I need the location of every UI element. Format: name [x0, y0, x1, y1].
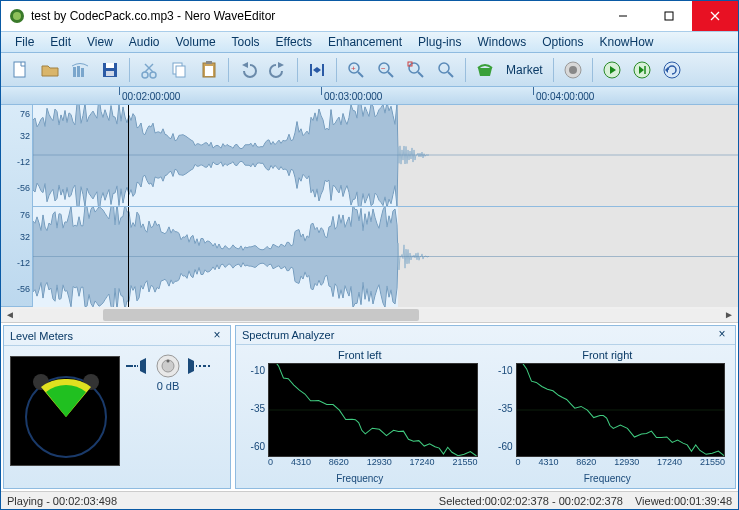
spectrum-yaxis: -10 -35 -60	[242, 363, 268, 457]
panel-header: Level Meters ×	[4, 326, 230, 346]
titlebar: test by CodecPack.co.mp3 - Nero WaveEdit…	[1, 1, 738, 31]
cut-icon[interactable]	[136, 57, 162, 83]
svg-marker-22	[242, 62, 248, 68]
level-meter-wheel	[10, 356, 120, 466]
maximize-button[interactable]	[646, 1, 692, 31]
toolbar-sep	[553, 58, 554, 82]
marker-icon[interactable]	[304, 57, 330, 83]
spectrum-chart-title: Front right	[490, 349, 726, 361]
svg-marker-27	[317, 67, 321, 73]
spectrum-chart-right: Front right -10 -35 -60 0431086201293017…	[490, 349, 726, 484]
svg-marker-53	[140, 358, 146, 374]
svg-rect-8	[77, 66, 80, 77]
status-selected: Selected:00:02:02:378 - 00:02:02:378	[439, 495, 623, 507]
play-selection-icon[interactable]	[629, 57, 655, 83]
zoom-fit-icon[interactable]	[433, 57, 459, 83]
svg-point-13	[142, 72, 148, 78]
svg-rect-12	[106, 71, 114, 76]
toolbar-sep	[592, 58, 593, 82]
toolbar-sep	[336, 58, 337, 82]
volume-knob-icon[interactable]	[154, 352, 182, 380]
zoom-selection-icon[interactable]	[403, 57, 429, 83]
menu-options[interactable]: Options	[534, 33, 591, 51]
bottom-panels: Level Meters × 0 dB	[1, 323, 738, 491]
svg-rect-20	[206, 61, 212, 64]
svg-marker-57	[188, 358, 194, 374]
menu-knowhow[interactable]: KnowHow	[592, 33, 662, 51]
record-icon[interactable]	[560, 57, 586, 83]
svg-line-38	[448, 72, 453, 77]
loop-icon[interactable]	[659, 57, 685, 83]
scrollbar-thumb[interactable]	[103, 309, 418, 321]
svg-marker-26	[313, 67, 317, 73]
play-icon[interactable]	[599, 57, 625, 83]
scrollbar-track[interactable]	[19, 309, 720, 321]
close-button[interactable]	[692, 1, 738, 31]
zoom-out-icon[interactable]: −	[373, 57, 399, 83]
waveform-view[interactable]: 76 32 -12 -56 76 32 -12 -56	[1, 105, 738, 307]
menu-tools[interactable]: Tools	[224, 33, 268, 51]
app-icon	[9, 8, 25, 24]
svg-rect-6	[14, 62, 25, 77]
menu-audio[interactable]: Audio	[121, 33, 168, 51]
playhead[interactable]	[128, 105, 129, 206]
svg-marker-23	[278, 62, 284, 68]
menubar: File Edit View Audio Volume Tools Effect…	[1, 31, 738, 53]
toolbar: + − Market	[1, 53, 738, 87]
waveform-channel-left[interactable]	[33, 105, 738, 206]
svg-point-56	[167, 360, 170, 363]
level-meters-panel: Level Meters × 0 dB	[3, 325, 231, 489]
timeline-mark: 00:02:00:000	[119, 87, 180, 105]
undo-icon[interactable]	[235, 57, 261, 83]
waveform-channel-right[interactable]	[33, 206, 738, 307]
menu-file[interactable]: File	[7, 33, 42, 51]
playhead[interactable]	[128, 207, 129, 307]
library-icon[interactable]	[67, 57, 93, 83]
spectrum-yaxis: -10 -35 -60	[490, 363, 516, 457]
speaker-right-icon	[186, 358, 210, 374]
open-file-icon[interactable]	[37, 57, 63, 83]
window-title: test by CodecPack.co.mp3 - Nero WaveEdit…	[31, 9, 600, 23]
copy-icon[interactable]	[166, 57, 192, 83]
new-file-icon[interactable]	[7, 57, 33, 83]
spectrum-analyzer-panel: Spectrum Analyzer × Front left -10 -35 -…	[235, 325, 736, 489]
svg-line-29	[358, 72, 363, 77]
panel-close-icon[interactable]: ×	[210, 329, 224, 343]
level-meter-db: 0 dB	[157, 380, 180, 392]
svg-point-34	[409, 63, 419, 73]
menu-view[interactable]: View	[79, 33, 121, 51]
timeline-ruler[interactable]: 00:02:00:000 00:03:00:000 00:04:00:000	[1, 87, 738, 105]
speaker-left-icon	[126, 358, 150, 374]
panel-close-icon[interactable]: ×	[715, 328, 729, 342]
scroll-left-icon[interactable]: ◄	[3, 308, 17, 322]
menu-enhancement[interactable]: Enhancement	[320, 33, 410, 51]
toolbar-sep	[228, 58, 229, 82]
menu-plugins[interactable]: Plug-ins	[410, 33, 469, 51]
menu-edit[interactable]: Edit	[42, 33, 79, 51]
paste-icon[interactable]	[196, 57, 222, 83]
save-icon[interactable]	[97, 57, 123, 83]
svg-point-37	[439, 63, 449, 73]
horizontal-scrollbar[interactable]: ◄ ►	[1, 307, 738, 323]
zoom-in-icon[interactable]: +	[343, 57, 369, 83]
market-icon[interactable]	[472, 57, 498, 83]
menu-windows[interactable]: Windows	[469, 33, 534, 51]
market-label[interactable]: Market	[506, 63, 543, 77]
svg-line-35	[418, 72, 423, 77]
menu-effects[interactable]: Effects	[268, 33, 320, 51]
svg-point-14	[150, 72, 156, 78]
panel-header: Spectrum Analyzer ×	[236, 326, 735, 345]
spectrum-canvas	[268, 363, 478, 457]
menu-volume[interactable]: Volume	[168, 33, 224, 51]
svg-rect-18	[176, 66, 185, 77]
redo-icon[interactable]	[265, 57, 291, 83]
scroll-right-icon[interactable]: ►	[722, 308, 736, 322]
spectrum-xlabel: Frequency	[242, 473, 478, 484]
svg-text:+: +	[351, 64, 356, 73]
svg-rect-3	[665, 12, 673, 20]
waveform-yaxis: 76 32 -12 -56 76 32 -12 -56	[1, 105, 33, 306]
panel-title: Spectrum Analyzer	[242, 329, 715, 341]
minimize-button[interactable]	[600, 1, 646, 31]
timeline-mark: 00:04:00:000	[533, 87, 594, 105]
spectrum-chart-left: Front left -10 -35 -60 04310862012930172…	[242, 349, 478, 484]
